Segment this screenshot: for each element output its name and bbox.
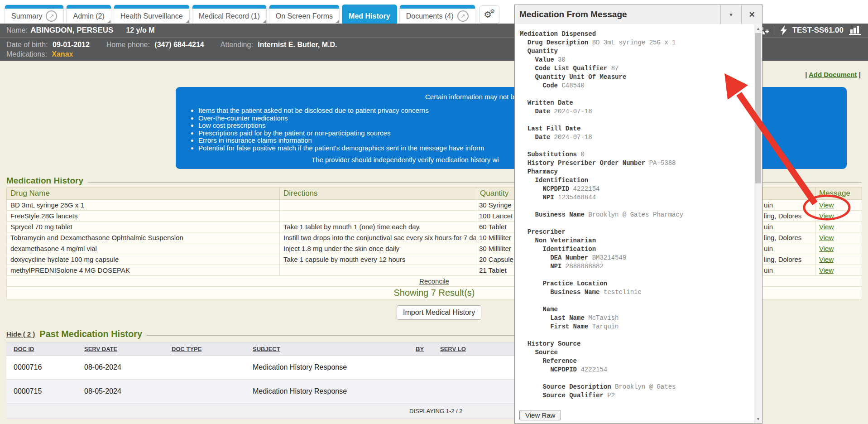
message-line: Business Name Brooklyn @ Gates Pharmacy xyxy=(520,211,753,219)
dob-value: 09-01-2012 xyxy=(53,41,90,48)
notice-footer: The provider should independently verify… xyxy=(312,156,499,164)
tab-corner-fold-icon xyxy=(263,20,266,23)
tab[interactable]: Medical Record (1) xyxy=(192,5,267,24)
tab[interactable]: Documents (4) ↗ xyxy=(399,5,475,24)
tab[interactable]: On Screen Forms xyxy=(269,5,340,24)
paging-status: DISPLAYING 1-2 / 2 xyxy=(409,408,463,414)
notice-bullet: Errors in insurance claims information xyxy=(198,137,484,145)
dob-label: Date of birth: xyxy=(6,41,48,48)
notice-bullet: Over-the-counter medications xyxy=(198,115,484,122)
message-line: Source xyxy=(520,348,753,357)
medications-value[interactable]: Xanax xyxy=(52,50,73,58)
view-message-link[interactable]: View xyxy=(819,266,834,274)
message-line xyxy=(520,331,753,340)
tab-label: Medical Record (1) xyxy=(199,12,260,20)
message-line: History Prescriber Order Number PA-5388 xyxy=(520,159,753,168)
scrollbar-thumb[interactable] xyxy=(755,33,761,183)
message-line xyxy=(520,219,753,228)
prescriber-fragment-cell: uin xyxy=(763,200,815,211)
drug-name-cell: doxycycline hyclate 100 mg capsule xyxy=(7,254,280,265)
directions-cell: Take 1 capsule by mouth every 12 hours xyxy=(280,254,476,265)
drug-name-cell: dexamethasone 4 mg/ml vial xyxy=(7,243,280,254)
message-cell: View xyxy=(815,200,862,211)
settings-button[interactable]: ⚙ ⚙ xyxy=(480,5,499,24)
col-serv-date[interactable]: SERV DATE xyxy=(77,342,164,356)
add-document-link[interactable]: Add Document xyxy=(809,71,857,78)
col-subject[interactable]: SUBJECT xyxy=(245,342,408,356)
message-line xyxy=(520,297,753,305)
message-line xyxy=(520,90,753,99)
message-line: Medication Dispensed xyxy=(520,30,753,39)
phone-value: (347) 684-4214 xyxy=(154,41,204,48)
prescriber-fragment-cell: ling, Dolores xyxy=(763,211,815,222)
close-icon: ✕ xyxy=(748,10,755,19)
view-message-link[interactable]: View xyxy=(819,234,834,241)
tab[interactable]: Summary ↗ xyxy=(5,5,64,24)
scroll-up-icon[interactable]: ▲ xyxy=(754,24,762,32)
subject-cell: Medication History Response xyxy=(245,356,408,380)
message-line: Quantity xyxy=(520,47,753,56)
popout-circle-icon[interactable]: ↗ xyxy=(46,10,57,22)
tab[interactable]: Med History xyxy=(342,5,397,24)
view-message-link[interactable]: View xyxy=(819,212,834,220)
doc-type-cell xyxy=(164,356,245,380)
message-line: Drug Description BD 3mL syringe 25G x 1 xyxy=(520,39,753,47)
message-line: Source Qualifier P2 xyxy=(520,391,753,400)
tab-label: Summary xyxy=(11,12,42,20)
scroll-down-icon[interactable]: ▼ xyxy=(754,415,762,423)
view-raw-button[interactable]: View Raw xyxy=(519,410,561,420)
message-line: Source Description Brooklyn @ Gates xyxy=(520,383,753,391)
prescriber-fragment-cell: uin xyxy=(763,265,815,276)
tab-label: Admin (2) xyxy=(73,12,104,20)
message-line: DEA Number BM3214549 xyxy=(520,254,753,262)
dialog-scrollbar[interactable]: ▲ ▼ xyxy=(754,24,762,423)
drug-name-cell: Sprycel 70 mg tablet xyxy=(7,222,280,232)
past-history-title: Past Medication History xyxy=(39,329,142,339)
view-message-link[interactable]: View xyxy=(819,255,834,263)
col-message[interactable]: Message xyxy=(815,188,862,200)
view-message-link[interactable]: View xyxy=(819,201,834,209)
patient-name: ABINGDON, PERSEUS xyxy=(30,26,113,35)
message-line: Prescriber xyxy=(520,228,753,236)
tab-label: Documents (4) xyxy=(406,12,454,20)
collapse-button[interactable]: ▼ xyxy=(720,5,741,24)
drug-name-cell: FreeStyle 28G lancets xyxy=(7,211,280,222)
drug-name-cell: methylPREDNISolone 4 MG DOSEPAK xyxy=(7,265,280,276)
lightning-icon[interactable] xyxy=(781,25,787,35)
import-medical-history-button[interactable]: Import Medical History xyxy=(397,305,481,320)
message-line: Reference xyxy=(520,357,753,366)
ehr-screen: Summary ↗ Admin (2) Health Surveillance … xyxy=(0,0,868,424)
view-message-link[interactable]: View xyxy=(819,223,834,231)
col-drug-name[interactable]: Drug Name xyxy=(7,188,280,200)
close-button[interactable]: ✕ xyxy=(741,5,762,24)
col-directions[interactable]: Directions xyxy=(280,188,476,200)
message-line: NCPDPID 4222154 xyxy=(520,185,753,193)
dialog-title-bar[interactable]: Medication From Message ▼ ✕ xyxy=(515,5,762,24)
col-hidden-prescriber xyxy=(763,188,815,200)
message-cell: View xyxy=(815,232,862,243)
message-line: Last Name McTavish xyxy=(520,314,753,323)
notice-bullet: Items that the patient asked not be disc… xyxy=(198,107,484,115)
message-line: Practice Location xyxy=(520,279,753,288)
view-message-link[interactable]: View xyxy=(819,245,834,252)
message-line: Name xyxy=(520,305,753,314)
tab[interactable]: Health Surveillance xyxy=(114,5,190,24)
prescriber-fragment-cell: ling, Dolores xyxy=(763,232,815,243)
notice-bullet: Prescriptions paid for by the patient or… xyxy=(198,130,484,137)
reconcile-link[interactable]: Reconcile xyxy=(419,277,449,285)
tab-label: Health Surveillance xyxy=(120,12,183,20)
tab[interactable]: Admin (2) xyxy=(66,5,111,24)
col-by[interactable]: BY xyxy=(408,342,433,356)
popout-circle-icon[interactable]: ↗ xyxy=(457,10,469,22)
notice-bullet-list: Items that the patient asked not be disc… xyxy=(190,107,484,152)
message-cell: View xyxy=(815,265,862,276)
bar-chart-icon[interactable] xyxy=(849,25,862,35)
prescriber-fragment-cell: uin xyxy=(763,222,815,232)
col-doc-id[interactable]: DOC ID xyxy=(6,342,77,356)
col-doc-type[interactable]: DOC TYPE xyxy=(164,342,245,356)
message-line: Identification xyxy=(520,245,753,254)
prescriber-fragment-cell: ling, Dolores xyxy=(763,254,815,265)
message-line: Code List Qualifier 87 xyxy=(520,64,753,73)
hide-link[interactable]: Hide ( 2 ) xyxy=(6,330,35,338)
message-cell: View xyxy=(815,243,862,254)
